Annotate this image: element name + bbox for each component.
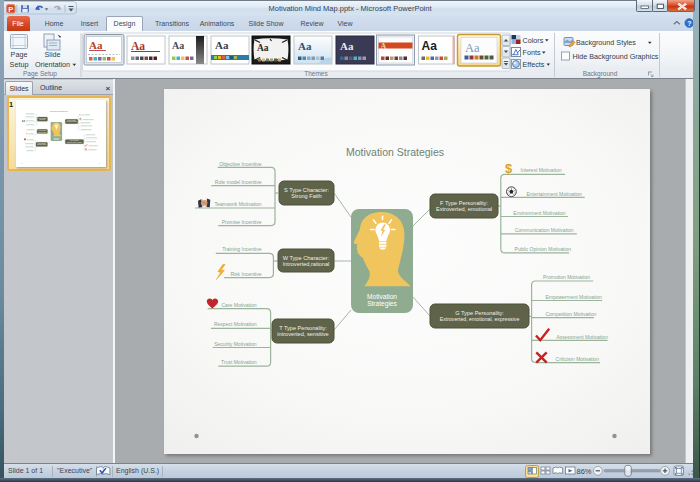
svg-text:86%: 86% (577, 467, 592, 476)
